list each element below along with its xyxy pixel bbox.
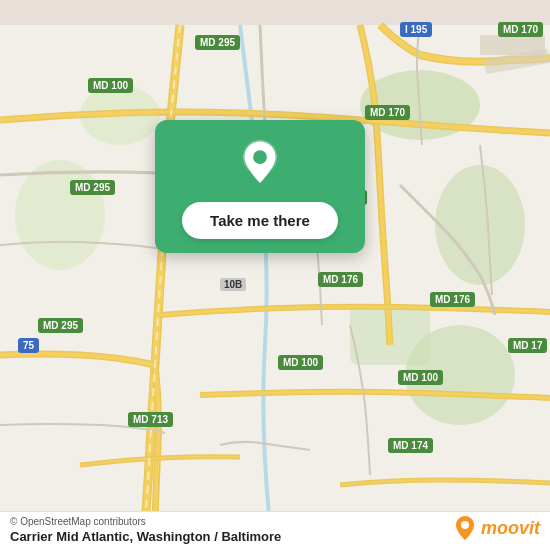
road-badge-md17-far: MD 17	[508, 338, 547, 353]
road-badge-md295-top: MD 295	[195, 35, 240, 50]
svg-point-4	[15, 160, 105, 270]
take-me-there-button[interactable]: Take me there	[182, 202, 338, 239]
road-badge-i195: I 195	[400, 22, 432, 37]
road-badge-md176: MD 176	[318, 272, 363, 287]
road-badge-md295-bot: MD 295	[38, 318, 83, 333]
svg-point-11	[461, 521, 469, 529]
road-badge-md713: MD 713	[128, 412, 173, 427]
road-badge-md100-right: MD 100	[398, 370, 443, 385]
moovit-brand-text: moovit	[481, 518, 540, 539]
map-roads	[0, 0, 550, 550]
road-badge-md295-mid: MD 295	[70, 180, 115, 195]
map-container: MD 295 MD 100 MD 170 I 195 MD 170 MD 295…	[0, 0, 550, 550]
svg-point-2	[435, 165, 525, 285]
road-badge-md170: MD 170	[365, 105, 410, 120]
road-badge-75: 75	[18, 338, 39, 353]
road-badge-md176-right: MD 176	[430, 292, 475, 307]
road-badge-md100-left: MD 100	[88, 78, 133, 93]
moovit-logo: moovit	[453, 514, 540, 542]
exit-label-10b: 10B	[220, 278, 246, 291]
svg-point-10	[253, 150, 267, 164]
road-badge-md170-top: MD 170	[498, 22, 543, 37]
popup-card: Take me there	[155, 120, 365, 253]
location-pin-icon	[234, 138, 286, 190]
road-badge-md100-bot: MD 100	[278, 355, 323, 370]
road-badge-md174: MD 174	[388, 438, 433, 453]
bottom-bar: © OpenStreetMap contributors Carrier Mid…	[0, 511, 550, 550]
moovit-pin-icon	[453, 514, 477, 542]
